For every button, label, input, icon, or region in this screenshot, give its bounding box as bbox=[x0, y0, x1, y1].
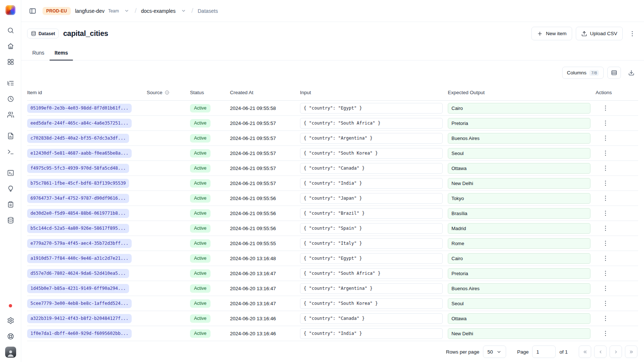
prompts-icon[interactable] bbox=[4, 146, 17, 157]
langfuse-logo[interactable] bbox=[6, 5, 15, 15]
users-icon[interactable] bbox=[4, 109, 17, 120]
evaluations-icon[interactable] bbox=[4, 183, 17, 194]
actions-cell bbox=[596, 148, 638, 158]
previous-page-button[interactable] bbox=[594, 346, 607, 358]
input-cell: { "country": "Egypt" } bbox=[300, 103, 448, 114]
status-badge: Active bbox=[190, 164, 211, 173]
table-row: 05109ef0-2e3b-4e03-98dd-8f7d01b61f... Ac… bbox=[27, 101, 638, 116]
status-badge: Active bbox=[190, 239, 211, 248]
breadcrumb-section[interactable]: Datasets bbox=[198, 8, 218, 14]
actions-cell bbox=[596, 283, 638, 293]
settings-icon[interactable] bbox=[4, 315, 17, 326]
input-value: { "country": "South Africa" } bbox=[300, 118, 443, 129]
export-button[interactable] bbox=[625, 67, 638, 79]
sidebar-toggle-icon[interactable] bbox=[27, 5, 38, 16]
status-cell: Active bbox=[190, 254, 230, 263]
row-actions-button[interactable] bbox=[600, 298, 611, 309]
row-actions-button[interactable] bbox=[600, 328, 611, 339]
home-icon[interactable] bbox=[4, 41, 17, 52]
input-value: { "country": "South Korea" } bbox=[300, 298, 443, 309]
row-actions-button[interactable] bbox=[600, 118, 611, 128]
breadcrumb-org[interactable]: langfuse-dev bbox=[75, 8, 105, 14]
row-actions-button[interactable] bbox=[600, 148, 611, 158]
item-id-link[interactable]: b5c144cd-52a5-4a80-926e-58617f895... bbox=[27, 224, 129, 233]
upload-csv-button[interactable]: Upload CSV bbox=[576, 27, 623, 40]
last-page-button[interactable] bbox=[625, 346, 637, 358]
datasets-icon[interactable] bbox=[4, 215, 17, 226]
item-id-link[interactable]: b75c7861-1fbe-45cf-bdf6-83f139c95539 bbox=[27, 179, 129, 188]
new-item-button[interactable]: New item bbox=[531, 27, 572, 40]
row-actions-button[interactable] bbox=[600, 253, 611, 263]
item-id-cell: e12430df-5e81-4687-aabb-f0ea65be8a... bbox=[27, 149, 147, 158]
search-icon[interactable] bbox=[4, 25, 17, 36]
sidebar bbox=[0, 0, 21, 362]
expected-output-cell: New Delhi bbox=[448, 328, 596, 339]
notification-dot bbox=[9, 304, 12, 307]
annotation-queues-icon[interactable] bbox=[4, 199, 17, 210]
row-actions-button[interactable] bbox=[600, 133, 611, 143]
expected-output-value: Cairo bbox=[448, 103, 590, 114]
row-actions-button[interactable] bbox=[600, 193, 611, 203]
row-actions-button[interactable] bbox=[600, 208, 611, 218]
row-actions-button[interactable] bbox=[600, 163, 611, 173]
item-id-link[interactable]: 69764737-34af-4752-9787-d90df9616... bbox=[27, 194, 129, 203]
item-id-link[interactable]: e779a270-579a-4f45-aec4-35b72d3bff... bbox=[27, 239, 132, 248]
table-row: 1f0e7da1-dbff-4e60-929d-f6095602bb... Ac… bbox=[27, 326, 638, 341]
created-at-cell: 2024-06-21 09:55:56 bbox=[230, 226, 300, 231]
project-switcher-chevron-icon[interactable] bbox=[180, 7, 187, 14]
rows-per-page-select[interactable]: 50 bbox=[483, 346, 506, 358]
item-id-link[interactable]: 1d45b0e7-b85a-4231-9149-6ff90a294... bbox=[27, 284, 129, 293]
row-actions-button[interactable] bbox=[600, 313, 611, 324]
row-actions-button[interactable] bbox=[600, 178, 611, 188]
user-avatar[interactable] bbox=[5, 347, 16, 358]
more-vertical-icon bbox=[602, 104, 609, 112]
item-id-link[interactable]: f4975c95-5fc3-4939-970d-58fa5cd48... bbox=[27, 164, 129, 173]
row-actions-button[interactable] bbox=[600, 238, 611, 248]
item-id-link[interactable]: eed5dafe-244f-465c-a84c-4a6e357251... bbox=[27, 119, 132, 128]
item-id-link[interactable]: a322b319-9412-4f43-b8f2-b20484127f... bbox=[27, 314, 132, 323]
row-actions-button[interactable] bbox=[600, 283, 611, 293]
item-id-link[interactable]: 05109ef0-2e3b-4e03-98dd-8f7d01b61f... bbox=[27, 104, 132, 113]
dashboards-icon[interactable] bbox=[4, 56, 17, 67]
item-id-link[interactable]: c702838d-24d5-40a2-bf35-67dc3a3df... bbox=[27, 134, 129, 143]
status-badge: Active bbox=[190, 284, 211, 293]
tab-items[interactable]: Items bbox=[50, 45, 73, 60]
tracing-icon[interactable] bbox=[4, 78, 17, 89]
item-id-link[interactable]: de30d2e0-f5d9-4854-88b6-0619771b8... bbox=[27, 209, 129, 218]
environment-badge[interactable]: PROD-EU bbox=[43, 7, 71, 15]
org-switcher-chevron-icon[interactable] bbox=[123, 7, 130, 14]
row-actions-button[interactable] bbox=[600, 268, 611, 278]
columns-button[interactable]: Columns 7/8 bbox=[562, 67, 604, 79]
item-id-link[interactable]: a1910d57-7f84-440c-9e46-a31c2d7e21... bbox=[27, 254, 132, 263]
pagination-buttons bbox=[579, 346, 637, 358]
item-id-link[interactable]: d557e7d6-7802-4624-9da6-52d410ea5... bbox=[27, 269, 129, 278]
source-info-icon[interactable] bbox=[165, 90, 169, 95]
column-header-actions: Actions bbox=[596, 90, 638, 95]
breadcrumb-project[interactable]: docs-examples bbox=[141, 8, 176, 14]
page-number-input[interactable] bbox=[532, 346, 556, 358]
playground-icon[interactable] bbox=[4, 167, 17, 178]
row-actions-button[interactable] bbox=[600, 223, 611, 233]
tab-runs[interactable]: Runs bbox=[27, 45, 50, 60]
item-id-link[interactable]: 5cee7779-3e00-4eb8-be8c-1affedd524... bbox=[27, 299, 132, 308]
column-header-input: Input bbox=[300, 90, 448, 95]
more-vertical-icon bbox=[602, 180, 609, 187]
row-height-button[interactable] bbox=[607, 67, 621, 79]
more-vertical-icon bbox=[602, 225, 609, 232]
input-cell: { "country": "Argentina" } bbox=[300, 283, 448, 294]
status-badge: Active bbox=[190, 104, 211, 112]
support-icon[interactable] bbox=[4, 331, 17, 342]
columns-count-badge: 7/8 bbox=[589, 70, 599, 76]
expected-output-value: Seoul bbox=[448, 148, 590, 159]
input-cell: { "country": "Argentina" } bbox=[300, 133, 448, 144]
item-id-link[interactable]: e12430df-5e81-4687-aabb-f0ea65be8a... bbox=[27, 149, 132, 158]
row-actions-button[interactable] bbox=[600, 103, 611, 113]
item-id-link[interactable]: 1f0e7da1-dbff-4e60-929d-f6095602bb... bbox=[27, 329, 132, 338]
sessions-icon[interactable] bbox=[4, 93, 17, 104]
item-id-cell: b75c7861-1fbe-45cf-bdf6-83f139c95539 bbox=[27, 179, 147, 188]
dataset-more-actions-button[interactable] bbox=[626, 27, 638, 40]
first-page-button[interactable] bbox=[579, 346, 591, 358]
next-page-button[interactable] bbox=[610, 346, 622, 358]
scores-icon[interactable] bbox=[4, 130, 17, 141]
plus-icon bbox=[537, 31, 543, 37]
